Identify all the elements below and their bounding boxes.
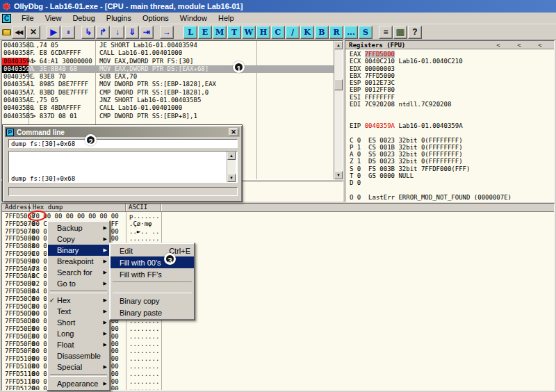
register-line[interactable]: [345, 108, 554, 115]
disassembly-row[interactable]: 004035AE .,75 05 JNZ SHORT Lab16-01.0040…: [2, 97, 334, 104]
references-window-button[interactable]: R: [329, 26, 343, 39]
animate-into-button[interactable]: ↓: [111, 26, 124, 39]
submenu-item-binary-paste[interactable]: Binary paste: [111, 307, 194, 318]
register-line[interactable]: D 0: [345, 179, 554, 186]
context-menu-item-short[interactable]: Short ▶: [48, 317, 109, 328]
disassembly-row[interactable]: 004035A7 . 83BD D8E7FFFF CMP DWORD PTR S…: [2, 89, 334, 97]
appearance-button[interactable]: ▦: [393, 26, 407, 39]
command-line-title-bar[interactable]: P Command line ✕: [5, 127, 240, 137]
command-input[interactable]: [8, 139, 238, 148]
menu-help[interactable]: Help: [213, 13, 240, 24]
register-line[interactable]: EDI 7C920208 ntdll.7C920208: [345, 101, 554, 108]
context-menu-item-breakpoint[interactable]: Breakpoint ▶: [48, 256, 109, 267]
step-over-button[interactable]: ↱: [96, 26, 110, 39]
close-process-button[interactable]: ✕: [26, 26, 40, 39]
collapse-section-icon[interactable]: <: [488, 42, 509, 49]
run-button[interactable]: ▶: [47, 26, 60, 39]
context-menu-item-float[interactable]: Float ▶: [48, 339, 109, 350]
patches-window-button[interactable]: /: [286, 26, 300, 39]
go-to-address-button[interactable]: →: [160, 26, 174, 39]
run-trace-window-button[interactable]: ...: [344, 26, 358, 39]
register-line[interactable]: EAX 7FFD5000: [345, 51, 554, 58]
help-button[interactable]: ?: [408, 26, 422, 39]
history-scrollbar[interactable]: ▲ ▼: [227, 152, 236, 182]
register-line[interactable]: T 0 GS 0000 NULL: [345, 172, 554, 179]
executables-window-button[interactable]: E: [198, 26, 212, 39]
register-line[interactable]: C 0 ES 0023 32bit 0(FFFFFFFF): [345, 137, 554, 144]
context-menu-item-copy[interactable]: Copy ▶: [48, 234, 109, 245]
register-line[interactable]: ECX 0040C210 Lab16-01.0040C210: [345, 58, 554, 65]
register-line[interactable]: EBP 0012FF80: [345, 86, 554, 93]
context-menu-item-backup[interactable]: Backup ▶: [48, 222, 109, 234]
threads-window-button[interactable]: T: [227, 26, 241, 39]
context-menu-item-appearance[interactable]: Appearance ▶: [48, 378, 109, 389]
context-menu-item[interactable]: [50, 374, 107, 377]
context-menu-item[interactable]: [50, 291, 107, 293]
animate-over-button[interactable]: ⇓: [125, 26, 139, 39]
register-line[interactable]: ESP 0012E73C: [345, 79, 554, 86]
submenu-item-fill-with-00s[interactable]: Fill with 00's: [111, 256, 194, 268]
register-line[interactable]: S 0 FS 003B 32bit 7FFDF000(FFF): [345, 165, 554, 172]
context-menu-item-search-for[interactable]: Search for ▶: [48, 267, 109, 278]
menu-view[interactable]: View: [40, 13, 67, 24]
register-line[interactable]: EBX 7FFD5000: [345, 72, 554, 79]
cpu-mdi-icon[interactable]: C: [2, 14, 11, 23]
dump-row[interactable]: 7FFD5068 70 00 00 00 00 00 00 00 p......…: [2, 213, 554, 220]
menu-debug[interactable]: Debug: [67, 13, 100, 24]
register-line[interactable]: P 1 CS 001B 32bit 0(FFFFFFFF): [345, 144, 554, 151]
title-bar[interactable]: ✱ OllyDbg - Lab16-01.exe - [CPU - main t…: [0, 0, 556, 13]
scroll-up-icon[interactable]: ▲: [334, 41, 343, 49]
context-menu-item-hex[interactable]: ✓ Hex ▶: [48, 295, 109, 306]
step-into-button[interactable]: ↳: [81, 26, 95, 39]
breakpoints-window-button[interactable]: B: [315, 26, 329, 39]
register-line[interactable]: Z 1 DS 0023 32bit 0(FFFFFFFF): [345, 158, 554, 165]
context-menu-item-go-to[interactable]: Go to ▶: [48, 278, 109, 289]
collapse-section-icon[interactable]: <: [509, 42, 530, 49]
submenu-item-binary-copy[interactable]: Binary copy: [111, 295, 194, 307]
submenu-item-fill-with-ffs[interactable]: Fill with FF's: [111, 268, 194, 280]
register-line[interactable]: [345, 187, 554, 194]
scroll-down-icon[interactable]: ▼: [334, 171, 343, 179]
disassembly-row[interactable]: 004035A1 . 8985 D8E7FFFF MOV DWORD PTR S…: [2, 81, 334, 88]
context-menu-item-binary[interactable]: Binary ▶: [48, 245, 109, 256]
close-icon[interactable]: ✕: [229, 128, 238, 136]
menu-window[interactable]: Window: [174, 13, 213, 24]
submenu-item-edit[interactable]: Edit Ctrl+E: [111, 245, 194, 256]
memory-window-button[interactable]: M: [213, 26, 227, 39]
options-button[interactable]: ≡: [379, 26, 393, 39]
command-history-item[interactable]: dump fs:[30]+0x68: [11, 175, 226, 183]
disassembly-row[interactable]: 00403594 > 64:A1 30000000 MOV EAX,DWORD …: [2, 58, 334, 65]
register-line[interactable]: [345, 129, 554, 136]
context-menu-item-special[interactable]: Special ▶: [48, 361, 109, 373]
disassembly-row[interactable]: 004035B5 > 837D 08 01 CMP DWORD PTR SS:[…: [2, 113, 334, 120]
open-file-button[interactable]: [2, 29, 11, 35]
context-menu-item-text[interactable]: Text ▶: [48, 306, 109, 317]
disassembly-row[interactable]: 0040359A . 3E:8B40 68 MOV EAX,DWORD PTR …: [2, 65, 334, 73]
windows-window-button[interactable]: W: [242, 26, 256, 39]
pause-button[interactable]: II: [61, 26, 75, 39]
disassembly-scrollbar[interactable]: ▲ ▼: [334, 41, 343, 179]
scroll-down-icon[interactable]: ▼: [227, 174, 236, 182]
context-menu-item-long[interactable]: Long ▶: [48, 328, 109, 339]
source-window-button[interactable]: S: [359, 26, 373, 39]
menu-file[interactable]: File: [16, 13, 40, 24]
cpu-window-button[interactable]: C: [271, 26, 285, 39]
register-line[interactable]: [345, 115, 554, 122]
register-line[interactable]: EIP 0040359A Lab16-01.0040359A: [345, 122, 554, 129]
context-menu-item-disassemble[interactable]: Disassemble: [48, 350, 109, 361]
restart-button[interactable]: ◀◀: [12, 26, 26, 39]
call-stack-window-button[interactable]: K: [300, 26, 314, 39]
disassembly-row[interactable]: 0040359E . 83E8 70 SUB EAX,70: [2, 73, 334, 81]
register-line[interactable]: O 0 LastErr ERROR_MOD_NOT_FOUND (0000007…: [345, 194, 554, 201]
handles-window-button[interactable]: H: [256, 26, 270, 39]
register-line[interactable]: EDX 00000003: [345, 65, 554, 72]
menu-plugins[interactable]: Plugins: [101, 13, 137, 24]
menu-options[interactable]: Options: [137, 13, 174, 24]
collapse-section-icon[interactable]: <: [530, 42, 550, 49]
register-line[interactable]: ESI FFFFFFFF: [345, 94, 554, 101]
scrollbar-thumb[interactable]: [334, 79, 343, 90]
disassembly-row[interactable]: 004035B0 . E8 4BDAFFFF CALL Lab16-01.004…: [2, 104, 334, 112]
log-window-button[interactable]: L: [183, 26, 197, 39]
disassembly-row[interactable]: 0040358F . E8 6CDAFFFF CALL Lab16-01.004…: [2, 49, 334, 57]
execute-till-return-button[interactable]: ⇥: [140, 26, 154, 39]
